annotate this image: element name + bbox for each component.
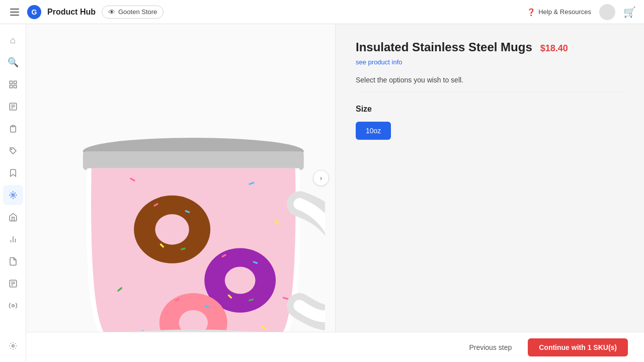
size-section-label: Size	[356, 105, 624, 114]
content-area: › › Insulated Stainless Steel Mugs $18.4…	[26, 24, 644, 332]
svg-point-24	[155, 214, 189, 245]
image-panel: › ›	[26, 24, 336, 332]
sidebar-item-store[interactable]	[3, 207, 23, 227]
sidebar-item-search[interactable]: 🔍	[3, 52, 23, 72]
svg-rect-3	[14, 85, 16, 88]
svg-rect-2	[10, 85, 12, 88]
sidebar-item-layers[interactable]	[3, 74, 23, 95]
svg-point-10	[12, 194, 14, 197]
sidebar-item-products[interactable]	[3, 185, 23, 205]
sidebar-item-clipboard[interactable]	[3, 119, 23, 139]
sidebar-item-settings[interactable]	[3, 336, 23, 356]
svg-rect-8	[12, 125, 14, 127]
svg-point-9	[11, 149, 12, 150]
svg-rect-22	[83, 151, 304, 170]
user-avatar[interactable]	[599, 4, 615, 20]
svg-point-30	[225, 267, 256, 294]
product-panel: Insulated Stainless Steel Mugs $18.40 se…	[336, 24, 644, 332]
sidebar-item-reports[interactable]	[3, 274, 23, 294]
header-left: G Product Hub 👁 Gooten Store	[8, 5, 164, 19]
sidebar-item-bookmark[interactable]	[3, 163, 23, 183]
store-badge-label: Gooten Store	[118, 8, 157, 16]
sidebar: ⌂ 🔍	[0, 24, 26, 362]
sidebar-item-docs[interactable]	[3, 251, 23, 272]
product-info-link[interactable]: see product info	[356, 58, 624, 66]
continue-button[interactable]: Continue with 1 SKU(s)	[528, 338, 628, 356]
svg-rect-0	[10, 81, 12, 83]
help-label: Help & Resources	[538, 8, 591, 16]
footer-bar: Previous step Continue with 1 SKU(s)	[26, 332, 644, 362]
product-image-container	[36, 34, 325, 332]
svg-rect-1	[14, 81, 16, 83]
sidebar-item-orders[interactable]	[3, 97, 23, 117]
sidebar-item-filter[interactable]	[3, 296, 23, 316]
store-badge-button[interactable]: 👁 Gooten Store	[102, 6, 164, 19]
image-nav-arrow[interactable]: ›	[313, 170, 329, 186]
svg-point-19	[12, 345, 14, 347]
app-header: G Product Hub 👁 Gooten Store ❓ Help & Re…	[0, 0, 644, 24]
product-image	[36, 34, 325, 332]
sidebar-item-analytics[interactable]	[3, 229, 23, 249]
product-price: $18.40	[540, 43, 568, 54]
app-title: Product Hub	[47, 8, 96, 17]
help-icon: ❓	[527, 8, 535, 16]
previous-step-button[interactable]: Previous step	[463, 339, 518, 355]
eye-icon: 👁	[108, 8, 115, 16]
product-subtitle: Select the options you wish to sell.	[356, 76, 624, 93]
product-title-row: Insulated Stainless Steel Mugs $18.40	[356, 40, 624, 54]
sidebar-item-home[interactable]: ⌂	[3, 30, 23, 50]
size-options: 10oz	[356, 122, 624, 140]
svg-point-18	[12, 305, 14, 307]
sidebar-item-tag[interactable]	[3, 141, 23, 161]
product-title: Insulated Stainless Steel Mugs	[356, 40, 532, 54]
cart-button[interactable]: 🛒	[623, 6, 636, 18]
page-layout: ⌂ 🔍	[0, 0, 644, 362]
help-resources-button[interactable]: ❓ Help & Resources	[527, 8, 591, 16]
main-content: › › Insulated Stainless Steel Mugs $18.4…	[26, 24, 644, 362]
menu-toggle-button[interactable]	[8, 7, 21, 18]
header-right: ❓ Help & Resources 🛒	[527, 4, 636, 20]
size-option-10oz[interactable]: 10oz	[356, 122, 391, 140]
app-logo: G	[27, 5, 41, 19]
sidebar-bottom	[3, 336, 23, 356]
